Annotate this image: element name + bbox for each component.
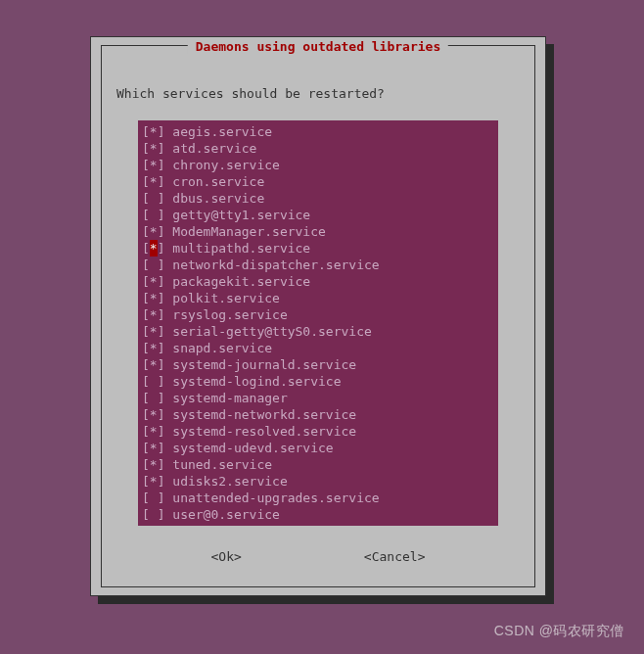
checkbox-open-bracket: [ (142, 257, 150, 273)
dialog-content: Which services should be restarted? [*] … (111, 67, 526, 576)
service-item[interactable]: [*] systemd-networkd.service (142, 406, 494, 423)
service-item[interactable]: [*] serial-getty@ttyS0.service (142, 323, 494, 340)
service-item[interactable]: [*] udisks2.service (142, 473, 494, 490)
checkbox-mark[interactable] (150, 257, 158, 273)
checkbox-mark[interactable] (150, 506, 158, 523)
service-item[interactable]: [ ] systemd-manager (142, 390, 494, 406)
checkbox-close-bracket: ] (158, 173, 173, 190)
checkbox-open-bracket: [ (142, 290, 150, 306)
service-item[interactable]: [*] ModemManager.service (142, 223, 494, 240)
checkbox-close-bracket: ] (158, 473, 173, 490)
service-item[interactable]: [*] packagekit.service (142, 273, 494, 290)
checkbox-mark[interactable] (150, 373, 158, 390)
service-name: polkit.service (172, 290, 280, 306)
service-name: atd.service (172, 140, 256, 157)
checkbox-mark[interactable]: * (150, 406, 158, 423)
checkbox-close-bracket: ] (158, 506, 173, 523)
checkbox-mark[interactable]: * (150, 273, 158, 290)
service-item[interactable]: [ ] dbus.service (142, 190, 494, 207)
checkbox-open-bracket: [ (142, 506, 150, 523)
service-name: udisks2.service (172, 473, 287, 490)
checkbox-mark[interactable]: * (150, 290, 158, 306)
checkbox-close-bracket: ] (158, 123, 173, 140)
checkbox-open-bracket: [ (142, 306, 150, 323)
question-text: Which services should be restarted? (116, 86, 526, 101)
checkbox-mark[interactable]: * (150, 157, 158, 173)
service-item[interactable]: [ ] getty@tty1.service (142, 207, 494, 223)
service-name: dbus.service (172, 190, 264, 207)
service-item[interactable]: [*] systemd-resolved.service (142, 423, 494, 440)
service-name: systemd-logind.service (172, 373, 341, 390)
checkbox-mark[interactable]: * (150, 356, 158, 373)
checkbox-close-bracket: ] (158, 456, 173, 473)
service-name: multipathd.service (172, 240, 310, 257)
checkbox-mark[interactable] (150, 390, 158, 406)
checkbox-open-bracket: [ (142, 473, 150, 490)
service-item[interactable]: [*] snapd.service (142, 340, 494, 356)
checkbox-mark[interactable]: * (150, 306, 158, 323)
checkbox-mark[interactable]: * (150, 223, 158, 240)
checkbox-open-bracket: [ (142, 356, 150, 373)
checkbox-open-bracket: [ (142, 140, 150, 157)
service-name: tuned.service (172, 456, 272, 473)
service-list[interactable]: [*] aegis.service[*] atd.service[*] chro… (138, 120, 498, 526)
checkbox-close-bracket: ] (158, 223, 173, 240)
checkbox-open-bracket: [ (142, 323, 150, 340)
checkbox-close-bracket: ] (158, 257, 173, 273)
service-item[interactable]: [ ] networkd-dispatcher.service (142, 257, 494, 273)
checkbox-close-bracket: ] (158, 406, 173, 423)
cancel-button[interactable]: <Cancel> (364, 549, 426, 564)
checkbox-open-bracket: [ (142, 406, 150, 423)
checkbox-open-bracket: [ (142, 373, 150, 390)
checkbox-open-bracket: [ (142, 440, 150, 456)
checkbox-open-bracket: [ (142, 223, 150, 240)
service-name: chrony.service (172, 157, 280, 173)
service-name: getty@tty1.service (172, 207, 310, 223)
service-item[interactable]: [ ] user@0.service (142, 506, 494, 523)
checkbox-close-bracket: ] (158, 390, 173, 406)
service-item[interactable]: [*] tuned.service (142, 456, 494, 473)
service-item[interactable]: [*] polkit.service (142, 290, 494, 306)
checkbox-mark[interactable]: * (150, 440, 158, 456)
service-item[interactable]: [ ] unattended-upgrades.service (142, 490, 494, 506)
restart-services-dialog: Daemons using outdated libraries Which s… (90, 36, 546, 596)
checkbox-mark[interactable]: * (150, 340, 158, 356)
service-name: user@0.service (172, 506, 280, 523)
checkbox-mark[interactable]: * (150, 240, 158, 257)
service-item[interactable]: [ ] systemd-logind.service (142, 373, 494, 390)
button-row: <Ok> <Cancel> (111, 549, 526, 564)
service-item[interactable]: [*] cron.service (142, 173, 494, 190)
checkbox-mark[interactable]: * (150, 323, 158, 340)
checkbox-close-bracket: ] (158, 306, 173, 323)
service-name: systemd-resolved.service (172, 423, 356, 440)
service-name: cron.service (172, 173, 264, 190)
checkbox-close-bracket: ] (158, 373, 173, 390)
checkbox-mark[interactable] (150, 207, 158, 223)
checkbox-close-bracket: ] (158, 490, 173, 506)
checkbox-close-bracket: ] (158, 157, 173, 173)
service-item[interactable]: [*] multipathd.service (142, 240, 494, 257)
service-item[interactable]: [*] atd.service (142, 140, 494, 157)
checkbox-mark[interactable]: * (150, 140, 158, 157)
checkbox-mark[interactable]: * (150, 456, 158, 473)
checkbox-mark[interactable]: * (150, 473, 158, 490)
checkbox-close-bracket: ] (158, 423, 173, 440)
checkbox-mark[interactable]: * (150, 173, 158, 190)
service-name: packagekit.service (172, 273, 310, 290)
service-item[interactable]: [*] systemd-udevd.service (142, 440, 494, 456)
service-item[interactable]: [*] rsyslog.service (142, 306, 494, 323)
checkbox-open-bracket: [ (142, 490, 150, 506)
checkbox-mark[interactable] (150, 190, 158, 207)
checkbox-open-bracket: [ (142, 423, 150, 440)
checkbox-mark[interactable] (150, 490, 158, 506)
service-item[interactable]: [*] systemd-journald.service (142, 356, 494, 373)
service-item[interactable]: [*] aegis.service (142, 123, 494, 140)
checkbox-mark[interactable]: * (150, 423, 158, 440)
checkbox-open-bracket: [ (142, 390, 150, 406)
checkbox-mark[interactable]: * (150, 123, 158, 140)
service-item[interactable]: [*] chrony.service (142, 157, 494, 173)
checkbox-open-bracket: [ (142, 340, 150, 356)
service-name: rsyslog.service (172, 306, 287, 323)
ok-button[interactable]: <Ok> (211, 549, 242, 564)
service-name: systemd-networkd.service (172, 406, 356, 423)
